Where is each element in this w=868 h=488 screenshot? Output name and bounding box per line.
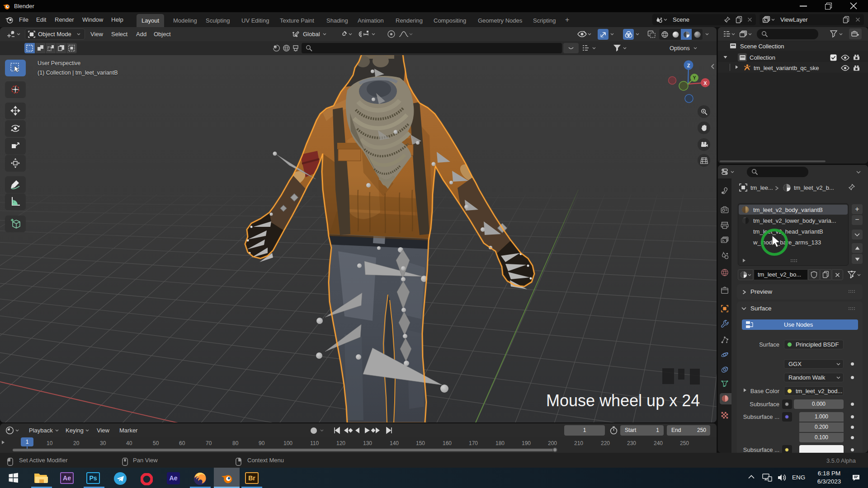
svg-text:Z: Z: [687, 63, 690, 68]
svg-text:X: X: [703, 80, 707, 86]
svg-text:Y: Y: [693, 75, 696, 80]
